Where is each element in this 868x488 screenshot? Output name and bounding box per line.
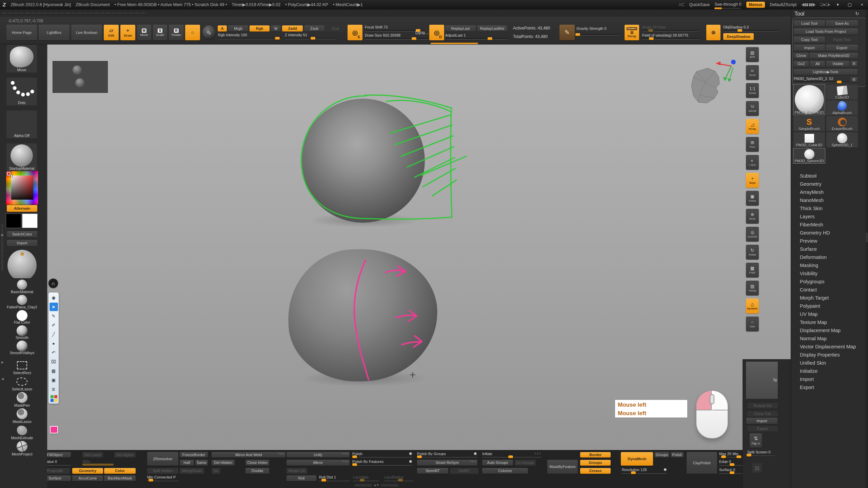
- minimize-button[interactable]: ▾: [835, 2, 841, 7]
- tool-subpalette-item[interactable]: Display Properties: [791, 351, 866, 359]
- dot-icon[interactable]: ●: [50, 339, 58, 348]
- line-icon[interactable]: ╱: [50, 330, 58, 339]
- restore-button[interactable]: ▢: [846, 2, 854, 7]
- saturation-square[interactable]: [11, 176, 33, 200]
- adjust-last-slider[interactable]: AdjustLast 1: [445, 34, 507, 40]
- material-item[interactable]: Smooth: [7, 325, 37, 340]
- stroke-type-button[interactable]: ∿: [202, 25, 215, 40]
- eye-icon[interactable]: ◉: [50, 293, 58, 302]
- dynamic-draw-size-button[interactable]: ◎D: [429, 25, 444, 40]
- undo-icon[interactable]: ↶: [50, 348, 58, 357]
- menu-item[interactable]: [42, 13, 47, 14]
- double-button[interactable]: Double: [245, 468, 269, 474]
- a-toggle[interactable]: A: [218, 25, 227, 32]
- tool-subpalette-item[interactable]: Unified Skin: [791, 359, 866, 367]
- uv-groups-button[interactable]: Uv Groups: [515, 460, 536, 466]
- shelf-button[interactable]: ◿ Persp: [746, 119, 759, 134]
- scroll-arrows-icon[interactable]: ▲▼: [374, 484, 379, 487]
- trash-icon[interactable]: ⌧: [50, 358, 58, 366]
- menu-item[interactable]: [31, 13, 36, 14]
- goz-button[interactable]: GoZ: [794, 61, 809, 67]
- brush-item[interactable]: SelectRect: [7, 359, 37, 375]
- tool-subpalette-item[interactable]: Layers: [791, 212, 866, 221]
- dynamesh-polish-button[interactable]: Polish: [671, 452, 684, 458]
- sdiv-slider[interactable]: SDiv: [82, 460, 114, 466]
- menu-item[interactable]: [88, 13, 93, 14]
- rgb-toggle[interactable]: Rgb: [250, 25, 270, 32]
- rotate-button[interactable]: RRotate: [169, 25, 184, 40]
- switchcolor-button[interactable]: SwitchColor: [7, 231, 37, 238]
- auto-groups-button[interactable]: Auto Groups: [482, 460, 513, 466]
- dynamesh-groups-button[interactable]: Groups: [654, 452, 669, 458]
- shelf-button[interactable]: ◐ L.Sym: [746, 155, 759, 170]
- menu-item[interactable]: [129, 13, 134, 14]
- delmt-button[interactable]: DelMT: [450, 468, 478, 474]
- toggle-dot-icon[interactable]: [409, 460, 412, 463]
- tool-thumbnail[interactable]: PM3D_Sphere3D: [793, 148, 825, 164]
- tool-subpalette-item[interactable]: Displacement Map: [791, 326, 866, 334]
- surface-slider[interactable]: Surface 0: [719, 468, 744, 474]
- shelf-button[interactable]: ▦ PolyF: [746, 263, 759, 278]
- roll-button[interactable]: Roll: [287, 475, 316, 481]
- notes-icon[interactable]: ≣: [50, 385, 58, 393]
- tool-thumbnail[interactable]: Cube3D: [826, 84, 858, 100]
- tool-import-button[interactable]: Import: [794, 45, 825, 51]
- brush-item[interactable]: MaskLasso: [7, 408, 37, 424]
- dock-resize-handle[interactable]: [866, 233, 868, 242]
- scale-button[interactable]: SScale: [153, 25, 167, 40]
- tool-subpalette-item[interactable]: FiberMesh: [791, 221, 866, 229]
- layout-switch-icon[interactable]: ❏◂ ❏▸: [820, 2, 830, 7]
- tool-subpalette-item[interactable]: Import: [791, 375, 866, 383]
- screenshot-icon[interactable]: ▣: [50, 376, 58, 384]
- accucurve-button[interactable]: AccuCurve: [72, 475, 103, 481]
- home-page-button[interactable]: Home Page: [6, 25, 37, 40]
- shelf-button[interactable]: ≍ Scroll: [746, 65, 759, 80]
- z-intensity-slider[interactable]: Z Intensity 51: [285, 33, 336, 39]
- lightbox-tools-button[interactable]: Lightbox▶Tools: [794, 69, 857, 75]
- tool-thumbnail[interactable]: EraserBrush: [826, 116, 858, 131]
- deepshadow-button[interactable]: DeepShadow: [723, 33, 754, 40]
- polish-by-features-slider[interactable]: Polish By Features: [352, 460, 413, 466]
- cursor-icon[interactable]: ➤: [50, 303, 58, 311]
- color-button[interactable]: Color: [104, 468, 136, 474]
- menu-item[interactable]: [71, 13, 76, 14]
- tool-thumbnail[interactable]: AlphaBrush: [826, 100, 858, 116]
- tool-export-button[interactable]: Export: [826, 45, 858, 51]
- tool-subpalette-item[interactable]: Polypaint: [791, 302, 866, 310]
- same-button[interactable]: Same: [195, 460, 208, 466]
- toggle-dot-icon[interactable]: [409, 452, 412, 455]
- goz-r-button[interactable]: R: [851, 61, 857, 67]
- move-button[interactable]: MMove: [137, 25, 151, 40]
- close-button[interactable]: ×: [859, 2, 865, 7]
- tray-collapse-arrow[interactable]: ▶: [1, 233, 4, 237]
- tool-subpalette-item[interactable]: Texture Map: [791, 318, 866, 326]
- sidebar-startup-material[interactable]: StartupMaterial: [6, 143, 37, 171]
- dynamesh-button[interactable]: DynaMesh: [621, 452, 653, 466]
- del-hidden-button[interactable]: Del Hidden: [212, 460, 235, 466]
- menu-item[interactable]: [14, 13, 18, 14]
- menu-item[interactable]: [37, 13, 41, 14]
- menu-item[interactable]: [123, 13, 128, 14]
- zadd-toggle[interactable]: Zadd: [282, 25, 303, 32]
- gravity-pencil-icon[interactable]: ✎: [559, 25, 575, 40]
- shelf-button[interactable]: ▣ Frame: [746, 191, 759, 206]
- whiteboard-icon[interactable]: ▦: [50, 367, 58, 375]
- clone-button[interactable]: Clone: [794, 53, 809, 59]
- menu-item[interactable]: [106, 13, 111, 14]
- tool-thumbnail[interactable]: S SimpleBrush: [793, 116, 825, 131]
- paste-tool-button[interactable]: Paste Tool: [826, 37, 858, 43]
- bottom-shelf-scrollbar[interactable]: ▲▼: [354, 484, 398, 487]
- live-boolean-button[interactable]: Live Boolean: [71, 25, 102, 40]
- menu-item[interactable]: [54, 13, 59, 14]
- menu-item[interactable]: [65, 13, 70, 14]
- dynamic-persp-button[interactable]: Dynamic≣Persp: [625, 25, 639, 40]
- secondary-color-swatch[interactable]: [22, 214, 38, 228]
- tool-subpalette-item[interactable]: Contact: [791, 286, 866, 294]
- tool-r-button[interactable]: R: [851, 77, 857, 82]
- brush-item[interactable]: MeshExtrude: [7, 424, 37, 441]
- annotation-menu-icon[interactable]: ∩: [48, 279, 58, 288]
- camera-button[interactable]: ⊚: [706, 25, 721, 40]
- goz-all-button[interactable]: All: [810, 61, 825, 67]
- mirror-and-weld-button[interactable]: Mirror And Weldx y z: [212, 452, 285, 458]
- crease-button[interactable]: Crease: [580, 468, 611, 474]
